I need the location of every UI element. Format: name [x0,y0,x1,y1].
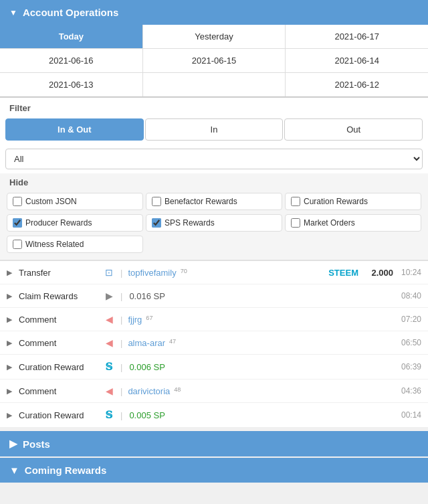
date-2021-06-16[interactable]: 2021-06-16 [0,49,142,72]
hide-market-orders[interactable]: Market Orders [285,214,421,232]
separator: | [120,268,122,278]
op-type-label: Curation Reward [19,410,99,420]
op-time: 10:24 [397,268,421,277]
op-rep: 67 [146,315,152,325]
op-type-label: Comment [19,338,99,348]
tab-out[interactable]: Out [284,118,423,141]
hide-benefactor-rewards[interactable]: Benefactor Rewards [146,193,282,210]
expand-icon[interactable]: ▶ [7,339,15,347]
steem-logo-icon: 𝕊 [103,409,115,421]
app-container: ▼ Account Operations Today Yesterday 202… [0,0,428,483]
op-time: 04:36 [397,386,421,396]
date-2021-06-15[interactable]: 2021-06-15 [143,49,286,72]
hide-witness-related-label: Witness Related [25,240,84,249]
dropdown-row: All [0,146,428,173]
table-row: ▶ Transfer ⊡ | topfivefamily 70 STEEM 2.… [0,261,428,284]
date-2021-06-12[interactable]: 2021-06-12 [286,73,428,96]
op-time: 08:40 [397,291,421,301]
op-type-label: Transfer [19,268,99,278]
hide-witness-related[interactable]: Witness Related [7,236,143,253]
date-yesterday[interactable]: Yesterday [143,25,286,48]
date-2021-06-17[interactable]: 2021-06-17 [286,25,428,48]
hide-benefactor-rewards-checkbox[interactable] [152,197,161,206]
op-type-label: Claim Rewards [19,291,99,301]
posts-expand-icon: ▶ [9,438,17,450]
filter-tabs: In & Out In Out [0,116,428,146]
comment-left-icon: ◀ [103,337,115,348]
comment-left-icon: ◀ [103,314,115,325]
expand-icon[interactable]: ▶ [7,315,15,324]
expand-icon[interactable]: ▶ [7,411,15,420]
op-type-label: Comment [19,386,99,396]
op-user-link[interactable]: topfivefamily [128,268,176,278]
tab-in-and-out[interactable]: In & Out [5,118,144,141]
op-rep: 47 [169,338,176,348]
account-operations-title: Account Operations [23,7,118,18]
hide-benefactor-rewards-label: Benefactor Rewards [165,197,237,206]
date-2021-06-14[interactable]: 2021-06-14 [286,49,428,72]
hide-custom-json-label: Custom JSON [25,197,77,206]
expand-icon[interactable]: ▶ [7,292,15,301]
hide-custom-json-checkbox[interactable] [13,197,22,206]
hide-curation-rewards-checkbox[interactable] [291,197,300,206]
hide-market-orders-label: Market Orders [304,218,355,228]
separator: | [120,386,122,396]
date-empty [143,73,286,96]
hide-producer-rewards-label: Producer Rewards [25,218,92,228]
table-row: ▶ Comment ◀ | darivictoria 48 04:36 [0,380,428,403]
filter-dropdown[interactable]: All [5,149,423,169]
hide-market-orders-checkbox[interactable] [291,218,300,228]
op-rep: 48 [174,386,181,396]
separator: | [120,362,122,372]
op-user-link[interactable]: fjjrg [128,315,142,325]
posts-section-header[interactable]: ▶ Posts [0,431,428,456]
account-operations-header[interactable]: ▼ Account Operations [0,0,428,25]
hide-grid: Custom JSON Benefactor Rewards Curation … [0,190,428,260]
steem-logo-icon: 𝕊 [103,361,115,373]
table-row: ▶ Curation Reward 𝕊 | 0.005 SP 00:14 [0,403,428,427]
op-detail: 0.016 SP [129,291,165,301]
op-type-label: Comment [19,315,99,325]
table-row: ▶ Claim Rewards ▶ | 0.016 SP 08:40 [0,284,428,308]
separator: | [120,410,122,420]
hide-producer-rewards[interactable]: Producer Rewards [7,214,143,232]
op-time: 06:50 [397,338,421,347]
transfer-icon: ⊡ [103,267,115,278]
coming-rewards-section-header[interactable]: ▼ Coming Rewards [0,458,428,483]
collapse-arrow-icon: ▼ [9,8,17,17]
hide-custom-json[interactable]: Custom JSON [7,193,143,210]
filter-label: Filter [0,98,428,116]
separator: | [120,315,122,325]
operations-list: ▶ Transfer ⊡ | topfivefamily 70 STEEM 2.… [0,260,428,427]
op-user-link[interactable]: alma-arar [128,338,165,348]
date-grid: Today Yesterday 2021-06-17 2021-06-16 20… [0,25,428,98]
hide-sps-rewards-checkbox[interactable] [152,218,161,228]
hide-curation-rewards-label: Curation Rewards [304,197,368,206]
date-today[interactable]: Today [0,25,142,48]
table-row: ▶ Curation Reward 𝕊 | 0.006 SP 06:39 [0,355,428,380]
hide-sps-rewards[interactable]: SPS Rewards [146,214,282,232]
hide-witness-related-checkbox[interactable] [13,240,22,249]
op-detail: 0.005 SP [129,410,165,420]
play-icon: ▶ [103,290,115,301]
hide-label: Hide [0,173,428,190]
op-type-label: Curation Reward [19,362,99,372]
posts-title: Posts [23,438,50,450]
table-row: ▶ Comment ◀ | fjjrg 67 07:20 [0,308,428,331]
hide-producer-rewards-checkbox[interactable] [13,218,22,228]
op-amount: 2.000 [366,268,393,278]
hide-curation-rewards[interactable]: Curation Rewards [285,193,421,210]
date-2021-06-13[interactable]: 2021-06-13 [0,73,142,96]
separator: | [120,338,122,348]
op-time: 00:14 [397,410,421,420]
op-time: 06:39 [397,362,421,371]
tab-in[interactable]: In [145,118,284,141]
op-user-link[interactable]: darivictoria [128,386,170,396]
table-row: ▶ Comment ◀ | alma-arar 47 06:50 [0,331,428,355]
expand-icon[interactable]: ▶ [7,387,15,396]
op-rep: 70 [181,268,187,278]
comment-left-icon: ◀ [103,386,115,396]
coming-rewards-title: Coming Rewards [25,465,107,476]
expand-icon[interactable]: ▶ [7,363,15,371]
expand-icon[interactable]: ▶ [7,268,15,277]
